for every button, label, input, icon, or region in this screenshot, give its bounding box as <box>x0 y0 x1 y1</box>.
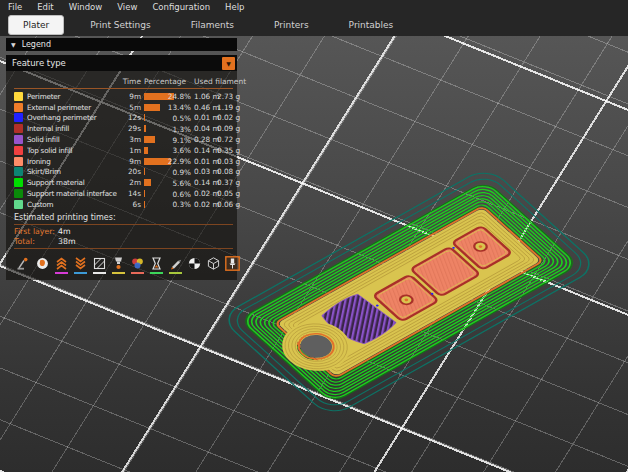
feature-time: 6s <box>120 200 141 209</box>
feature-length: 0.02 m <box>194 189 214 198</box>
legend-panel: ▼ Legend Feature type ▼ Time Percentage … <box>6 38 237 280</box>
feature-label: Overhang perimeter <box>27 113 117 122</box>
total-time-row: Total: 38m <box>14 237 233 247</box>
first-layer-time-row: First layer: 4m <box>14 227 233 237</box>
feature-label: Top solid infill <box>27 146 117 155</box>
feature-color-swatch <box>14 167 23 176</box>
menu-item-edit[interactable]: Edit <box>37 2 53 12</box>
total-label: Total: <box>14 237 58 246</box>
legend-pin-icon[interactable] <box>225 256 240 274</box>
feature-weight: 0.37 g <box>217 178 239 187</box>
travel-moves-icon[interactable] <box>16 256 31 274</box>
feature-time: 12s <box>120 113 141 122</box>
dropdown-arrow-icon: ▼ <box>226 60 231 67</box>
feature-time: 1m <box>120 146 141 155</box>
total-value: 38m <box>58 237 233 246</box>
feature-row: Support material 2m 5.6% 0.14 m 0.37 g <box>14 177 233 188</box>
seams-icon[interactable] <box>92 256 107 274</box>
feature-weight: 0.03 g <box>217 157 239 166</box>
feature-percentage: 9.1% <box>172 136 191 145</box>
tab-print-settings[interactable]: Print Settings <box>76 16 164 34</box>
percentage-bar <box>144 136 155 143</box>
feature-row: Top solid infill 1m 3.6% 0.14 m 0.35 g <box>14 145 233 156</box>
menu-item-file[interactable]: File <box>8 2 22 12</box>
menu-bar: FileEditWindowViewConfigurationHelp <box>0 0 628 13</box>
feature-label: Ironing <box>27 157 117 166</box>
percentage-bar <box>144 114 145 121</box>
view-type-dropdown[interactable]: Feature type ▼ <box>6 55 237 71</box>
feature-time: 3m <box>120 135 141 144</box>
feature-time: 14s <box>120 189 141 198</box>
feature-percentage: 0.5% <box>172 114 191 123</box>
feature-color-swatch <box>14 124 23 133</box>
feature-percentage: 3.6% <box>172 146 191 155</box>
feature-color-swatch <box>14 135 23 144</box>
feature-length: 0.14 m <box>194 146 214 155</box>
feature-color-swatch <box>14 103 23 112</box>
percentage-bar <box>144 168 145 175</box>
feature-time: 9m <box>120 157 141 166</box>
feature-color-swatch <box>14 157 23 166</box>
prusaslicer-window: FileEditWindowViewConfigurationHelp Plat… <box>0 0 628 472</box>
feature-weight: 0.06 g <box>217 200 239 209</box>
feature-weight: 0.05 g <box>217 189 239 198</box>
view-type-value: Feature type <box>12 58 66 68</box>
retractions-icon[interactable] <box>54 256 69 274</box>
estimated-times-heading: Estimated printing times: <box>14 213 233 222</box>
menu-item-configuration[interactable]: Configuration <box>152 2 210 12</box>
feature-row: Skirt/Brim 20s 0.9% 0.03 m 0.08 g <box>14 167 233 178</box>
feature-table: Perimeter 9m 24.8% 1.06 m 2.73 g Externa… <box>14 91 233 210</box>
feature-label: Support material <box>27 178 117 187</box>
feature-percentage: 13.4% <box>168 103 191 112</box>
color-changes-icon[interactable] <box>130 256 145 274</box>
pause-prints-icon[interactable] <box>149 256 164 274</box>
percentage-bar <box>144 104 160 111</box>
feature-label: Custom <box>27 200 117 209</box>
custom-gcodes-icon[interactable] <box>168 256 183 274</box>
feature-row: Custom 6s 0.3% 0.02 m 0.06 g <box>14 199 233 210</box>
legend-header[interactable]: ▼ Legend <box>6 38 237 51</box>
menu-item-window[interactable]: Window <box>69 2 103 12</box>
tab-plater[interactable]: Plater <box>8 15 64 35</box>
wipe-moves-icon[interactable] <box>35 256 50 274</box>
feature-label: External perimeter <box>27 103 117 112</box>
percentage-bar <box>144 190 145 197</box>
column-time: Time <box>120 77 141 86</box>
deretractions-icon[interactable] <box>73 256 88 274</box>
menu-item-help[interactable]: Help <box>225 2 244 12</box>
feature-color-swatch <box>14 92 23 101</box>
feature-time: 29s <box>120 124 141 133</box>
feature-row: External perimeter 5m 13.4% 0.46 m 1.19 … <box>14 102 233 113</box>
center-of-gravity-icon[interactable] <box>187 256 202 274</box>
menu-item-view[interactable]: View <box>117 2 137 12</box>
tab-filaments[interactable]: Filaments <box>177 16 248 34</box>
feature-color-swatch <box>14 113 23 122</box>
3d-viewport[interactable]: ▼ Legend Feature type ▼ Time Percentage … <box>0 36 628 472</box>
percentage-bar <box>144 125 146 132</box>
feature-length: 0.46 m <box>194 103 214 112</box>
feature-length: 0.28 m <box>194 135 214 144</box>
dropdown-arrow-button[interactable]: ▼ <box>222 57 235 70</box>
feature-row: Support material interface 14s 0.6% 0.02… <box>14 188 233 199</box>
tab-printers[interactable]: Printers <box>260 16 323 34</box>
feature-label: Solid infill <box>27 135 117 144</box>
feature-percentage: 0.3% <box>172 200 191 209</box>
shells-icon[interactable] <box>206 256 221 274</box>
tab-printables[interactable]: Printables <box>335 16 408 34</box>
feature-color-swatch <box>14 178 23 187</box>
feature-row: Perimeter 9m 24.8% 1.06 m 2.73 g <box>14 91 233 102</box>
feature-percentage: 0.6% <box>172 190 191 199</box>
feature-row: Ironing 9m 22.9% 0.01 m 0.03 g <box>14 156 233 167</box>
feature-weight: 0.72 g <box>217 135 239 144</box>
feature-length: 0.01 m <box>194 113 214 122</box>
feature-row: Solid infill 3m 9.1% 0.28 m 0.72 g <box>14 134 233 145</box>
tab-bar: PlaterPrint SettingsFilamentsPrintersPri… <box>0 13 628 36</box>
feature-label: Skirt/Brim <box>27 167 117 176</box>
feature-row: Internal infill 29s 1.3% 0.04 m 0.09 g <box>14 123 233 134</box>
feature-time: 20s <box>120 167 141 176</box>
column-percentage: Percentage <box>144 77 191 86</box>
feature-color-swatch <box>14 146 23 155</box>
tool-changes-icon[interactable] <box>111 256 126 274</box>
feature-length: 0.01 m <box>194 157 214 166</box>
feature-weight: 0.08 g <box>217 167 239 176</box>
